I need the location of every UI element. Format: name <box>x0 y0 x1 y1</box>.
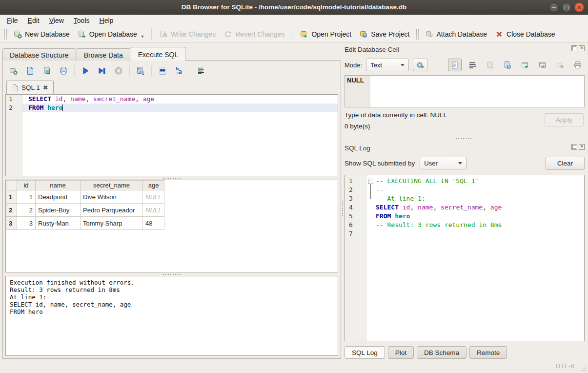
minimize-button[interactable]: ─ <box>549 2 559 12</box>
dock-tab-db-schema[interactable]: DB Schema <box>417 346 466 359</box>
grid-cell[interactable]: 1 <box>17 190 36 204</box>
grid-cell[interactable]: NULL <box>143 204 164 217</box>
save-results-button[interactable] <box>135 65 146 76</box>
find-replace-button[interactable]: b a <box>174 65 184 76</box>
grid-cell[interactable]: 3 <box>17 217 36 230</box>
tab-execute-sql[interactable]: Execute SQL <box>131 47 186 61</box>
grid-cell[interactable]: Deadpond <box>36 190 81 204</box>
sql-token: secret_name <box>441 204 483 211</box>
export-data-button[interactable] <box>501 59 514 71</box>
row-number[interactable]: 1 <box>6 190 17 204</box>
grid-cell[interactable]: Tommy Sharp <box>81 217 143 230</box>
log-line-number: 6 <box>345 221 367 229</box>
resize-grip[interactable] <box>580 365 587 372</box>
log-line[interactable]: 2-- <box>345 186 584 194</box>
column-header[interactable]: age <box>143 181 164 190</box>
menu-tools[interactable]: Tools <box>69 16 95 25</box>
text-document-icon <box>450 61 459 69</box>
sql-tab-close-icon[interactable]: ✖ <box>43 84 48 91</box>
close-panel-icon[interactable] <box>579 45 585 51</box>
grid-cell[interactable]: NULL <box>143 190 164 204</box>
find-button[interactable] <box>157 65 168 76</box>
column-header[interactable]: id <box>17 181 36 190</box>
open-project-button[interactable]: Open Project <box>296 28 355 41</box>
tab-browse-data[interactable]: Browse Data <box>77 48 130 61</box>
menu-file[interactable]: File <box>2 16 23 25</box>
toolbar-handle[interactable] <box>4 29 7 40</box>
clear-log-button[interactable]: Clear <box>546 157 585 170</box>
grid-cell[interactable]: Rusty-Man <box>36 217 81 230</box>
row-number[interactable]: 3 <box>6 217 17 230</box>
new-database-button[interactable]: New Database <box>9 28 74 41</box>
format-sql-button[interactable] <box>196 65 206 76</box>
cell-value-editor[interactable]: NULL <box>345 75 585 107</box>
dock-tab-sql-log[interactable]: SQL Log <box>345 346 385 359</box>
auto-switch-mode-button[interactable] <box>413 59 427 71</box>
log-line[interactable]: 3-- At line 1: <box>345 194 584 203</box>
open-in-external-button[interactable] <box>518 59 532 71</box>
menu-view[interactable]: View <box>44 16 69 25</box>
save-sql-file-button[interactable] <box>58 65 69 76</box>
sql-token: -- Result: 3 rows returned in 8ms <box>376 221 502 228</box>
grid-cell[interactable]: Pedro Parqueador <box>81 204 143 217</box>
row-number[interactable]: 2 <box>6 204 17 217</box>
log-line[interactable]: 4SELECT id, name, secret_name, age <box>345 203 584 212</box>
fold-marker-icon[interactable] <box>367 194 375 203</box>
editor-results-splitter[interactable] <box>5 176 338 180</box>
open-sql-file-button[interactable] <box>25 65 36 76</box>
toolbar-handle[interactable] <box>291 29 293 40</box>
log-line[interactable]: 5FROM hero <box>345 212 584 221</box>
table-row[interactable]: 33Rusty-ManTommy Sharp48 <box>6 217 164 230</box>
execute-current-line-button[interactable] <box>97 65 107 76</box>
editor-line[interactable]: 1SELECT id, name, secret_name, age <box>6 95 338 104</box>
fold-marker-icon[interactable] <box>367 186 375 194</box>
save-project-button[interactable]: Save Project <box>355 28 413 41</box>
word-wrap-button[interactable] <box>466 59 479 71</box>
print-cell-button[interactable] <box>571 59 585 71</box>
execution-message-box[interactable]: Execution finished without errors. Resul… <box>5 276 338 356</box>
float-panel-icon[interactable] <box>571 45 577 51</box>
sql-editor[interactable]: 1SELECT id, name, secret_name, age2FROM … <box>5 94 338 176</box>
open-sql-file-in-tab-button[interactable] <box>41 65 52 76</box>
grid-cell[interactable]: 48 <box>143 217 164 230</box>
encoding-indicator[interactable]: UTF-8 <box>556 362 574 370</box>
menu-edit[interactable]: Edit <box>23 16 44 25</box>
editor-empty-area[interactable] <box>6 112 338 176</box>
mode-combobox[interactable]: Text <box>366 59 409 71</box>
float-panel-icon[interactable] <box>571 144 577 150</box>
log-line[interactable]: 6-- Result: 3 rows returned in 8ms <box>345 221 584 229</box>
sql-log-filter-combobox[interactable]: User <box>420 157 466 169</box>
results-message-splitter[interactable] <box>5 272 338 276</box>
editor-line[interactable]: 2FROM hero <box>6 104 338 112</box>
column-header[interactable]: secret_name <box>81 181 143 190</box>
open-database-dropdown-icon[interactable] <box>141 36 144 38</box>
execute-all-button[interactable] <box>80 65 91 76</box>
grid-cell[interactable]: Spider-Boy <box>36 204 81 217</box>
copy-link-button[interactable] <box>536 59 549 71</box>
column-header[interactable]: name <box>36 181 81 190</box>
sql-log-view[interactable]: 1-- EXECUTING ALL IN 'SQL 1'2--3-- At li… <box>345 175 585 341</box>
close-panel-icon[interactable] <box>579 144 585 150</box>
grid-cell[interactable]: Dive Wilson <box>81 190 143 204</box>
sql-file-tab[interactable]: SQL 1 ✖ <box>6 81 54 94</box>
fold-marker-icon[interactable] <box>367 177 375 186</box>
new-sql-tab-button[interactable] <box>8 65 19 76</box>
dock-tab-remote[interactable]: Remote <box>469 346 507 359</box>
table-row[interactable]: 22Spider-BoyPedro ParqueadorNULL <box>6 204 164 217</box>
dock-sections-splitter[interactable] <box>345 137 585 143</box>
log-line[interactable]: 1-- EXECUTING ALL IN 'SQL 1' <box>345 177 584 186</box>
close-button[interactable]: ✕ <box>574 2 584 12</box>
pane-dock-splitter[interactable] <box>341 60 345 359</box>
log-line[interactable]: 7 <box>345 229 584 238</box>
grid-cell[interactable]: 2 <box>17 204 36 217</box>
tab-database-structure[interactable]: Database Structure <box>2 48 76 61</box>
toolbar-handle[interactable] <box>416 29 419 40</box>
dock-tab-plot[interactable]: Plot <box>388 346 414 359</box>
text-mode-button[interactable] <box>448 59 462 71</box>
close-database-button[interactable]: Close Database <box>491 28 559 41</box>
maximize-button[interactable]: ▢ <box>562 2 571 12</box>
menu-help[interactable]: Help <box>95 16 119 25</box>
attach-database-button[interactable]: Attach Database <box>421 28 491 41</box>
open-database-button[interactable]: Open Database <box>74 28 148 41</box>
table-row[interactable]: 11DeadpondDive WilsonNULL <box>6 190 164 204</box>
